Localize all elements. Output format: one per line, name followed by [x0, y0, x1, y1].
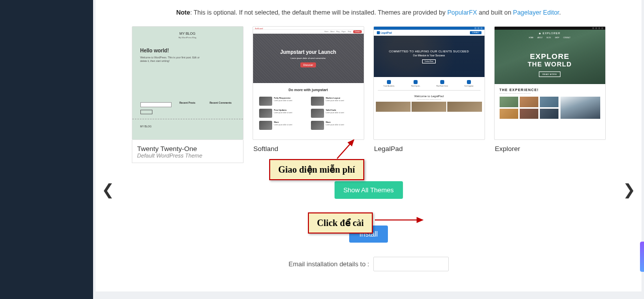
prev-arrow-icon[interactable]: ❮ — [102, 182, 114, 197]
annotation-free-theme: Giao diện miễn phí — [269, 159, 364, 180]
next-arrow-icon[interactable]: ❯ — [623, 182, 635, 197]
note-bold: Note — [176, 9, 190, 16]
pagelayer-link[interactable]: Pagelayer Editor — [513, 9, 559, 16]
theme-thumb: SoftLand HomeAboutBlogPagesShopContact J… — [253, 26, 364, 140]
theme-card-twenty-twenty-one[interactable]: MY BLOGMy WordPress Blog Hello world! We… — [132, 26, 244, 163]
themes-row: MY BLOGMy WordPress Blog Hello world! We… — [96, 21, 641, 167]
theme-thumb: LegalPadCONTACT COMMITTED TO HELPING OUR… — [373, 26, 485, 140]
email-label: Email installation details to : — [288, 260, 369, 268]
show-all-themes-button[interactable]: Show All Themes — [334, 181, 403, 199]
theme-label: Twenty Twenty-One Default WordPress Them… — [132, 140, 244, 163]
theme-card-softland[interactable]: SoftLand HomeAboutBlogPagesShopContact J… — [253, 26, 364, 163]
left-dark-panel — [0, 0, 93, 299]
theme-label: LegalPad — [373, 140, 485, 153]
theme-card-legalpad[interactable]: LegalPadCONTACT COMMITTED TO HELPING OUR… — [373, 26, 485, 163]
theme-card-explorer[interactable]: ◆ EXPLORER HOMEABOUTBLOGSHOPCONTACT EXPL… — [494, 26, 606, 163]
side-widget[interactable] — [640, 242, 644, 272]
theme-label: Explorer — [494, 140, 606, 153]
email-field[interactable] — [373, 257, 449, 271]
theme-thumb: MY BLOGMy WordPress Blog Hello world! We… — [132, 26, 244, 140]
theme-selector-panel: Note: This is optional. If not selected,… — [96, 0, 641, 291]
annotation-click-install: Click để cài — [308, 212, 373, 234]
popularfx-link[interactable]: PopularFX — [447, 9, 477, 16]
note-line: Note: This is optional. If not selected,… — [96, 0, 641, 21]
theme-thumb: ◆ EXPLORER HOMEABOUTBLOGSHOPCONTACT EXPL… — [494, 26, 606, 140]
theme-label: Softland — [253, 140, 364, 153]
